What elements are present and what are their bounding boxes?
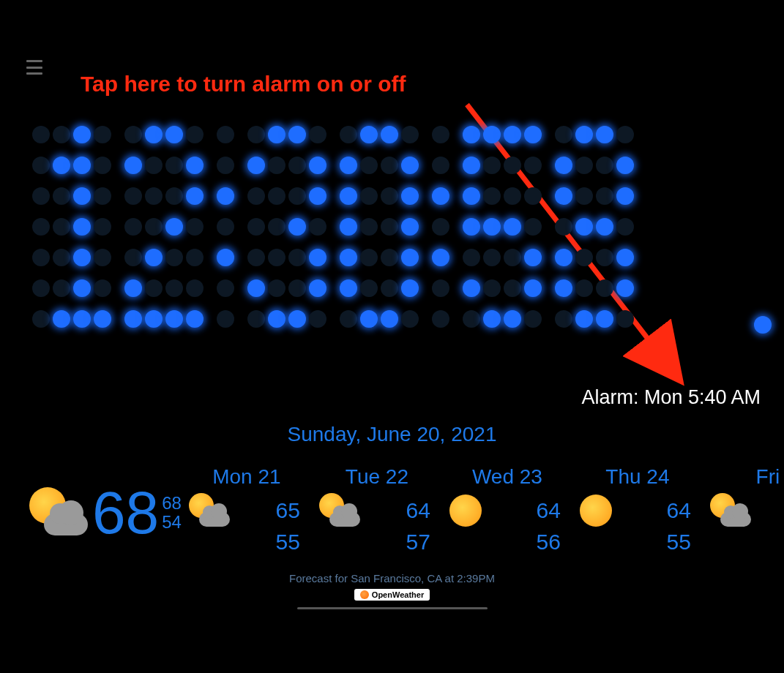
forecast-low: 56 [537,530,572,554]
today-low: 54 [162,513,182,532]
partly-cloudy-icon [709,493,751,528]
scroll-indicator [297,607,488,609]
forecast-day: Fri [703,465,784,554]
today-weather: 68 68 54 [26,483,182,543]
alarm-time: Mon 5:40 AM [644,386,761,408]
forecast-day: Wed 236456 [442,465,572,554]
forecast-day-label: Tue 22 [346,465,408,489]
menu-button[interactable] [26,60,44,75]
clock-digit [463,126,542,328]
forecast-high: 65 [276,498,300,523]
forecast-day: Mon 216555 [182,465,312,554]
partly-cloudy-icon [318,493,360,528]
forecast-low: 57 [406,530,442,554]
openweather-badge[interactable]: OpenWeather [354,589,430,601]
clock-colon [432,126,449,328]
clock-digit [555,126,634,328]
clock-digit [32,126,111,328]
today-temp: 68 [92,483,159,543]
date-label: Sunday, June 20, 2021 [0,423,784,446]
forecast-day: Tue 226457 [312,465,442,554]
clock-display [32,126,634,328]
forecast-day-label: Fri [756,465,780,489]
clock-digit [247,126,326,328]
forecast-footer: Forecast for San Francisco, CA at 2:39PM… [0,572,784,609]
forecast-source-text: Forecast for San Francisco, CA at 2:39PM [0,572,784,584]
openweather-label: OpenWeather [372,590,424,599]
partly-cloudy-icon [187,493,230,528]
forecast-high: 64 [406,498,430,523]
clock-digit [340,126,419,328]
today-high: 68 [162,494,182,513]
annotation-text: Tap here to turn alarm on or off [81,72,406,97]
partly-cloudy-icon [26,487,88,538]
forecast-high: 64 [667,498,691,523]
openweather-icon [360,590,369,599]
clock-digit [124,126,204,328]
alarm-prefix: Alarm: [581,386,638,408]
forecast-row[interactable]: 68 68 54 Mon 216555Tue 226457Wed 236456T… [26,465,784,554]
pm-indicator-dot [754,316,772,334]
forecast-day: Thu 246455 [572,465,703,554]
forecast-high: 64 [537,498,561,523]
forecast-day-label: Wed 23 [472,465,542,489]
clock-colon [217,126,234,328]
sunny-icon [578,493,613,528]
forecast-low: 55 [667,530,703,554]
sunny-icon [448,493,483,528]
forecast-low: 55 [276,530,312,554]
forecast-day-label: Mon 21 [212,465,280,489]
forecast-day-label: Thu 24 [605,465,669,489]
alarm-toggle[interactable]: Alarm: Mon 5:40 AM [581,386,761,409]
